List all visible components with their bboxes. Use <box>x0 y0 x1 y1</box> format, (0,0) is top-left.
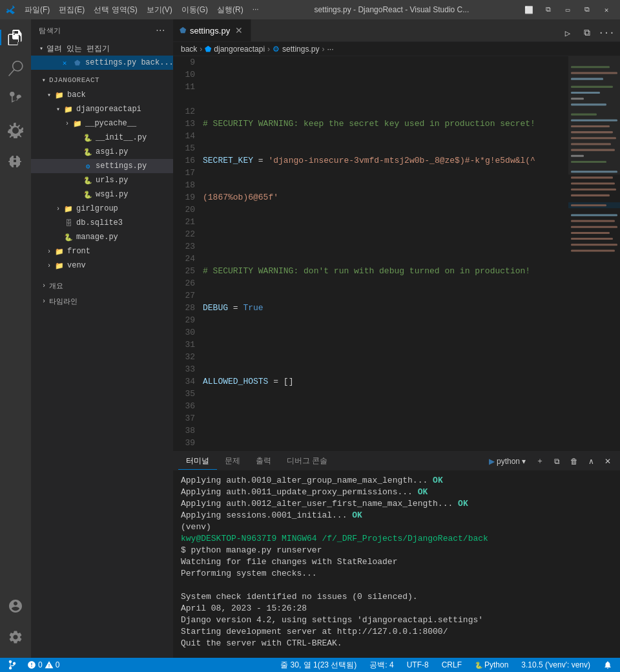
status-notifications[interactable] <box>601 658 615 672</box>
menu-go[interactable]: 이동(G) <box>178 3 212 17</box>
breadcrumb-sep-3: › <box>322 45 324 54</box>
maximize-button[interactable]: ▭ <box>559 3 576 16</box>
sidebar-item-back[interactable]: 📁 back <box>31 88 173 102</box>
terminal-tab-terminal[interactable]: 터미널 <box>178 453 217 470</box>
sidebar-item-venv[interactable]: 📁 venv <box>31 258 173 273</box>
tab-close-button[interactable]: ✕ <box>234 25 244 36</box>
sidebar-item-db[interactable]: 🗄 db.sqlite3 <box>31 216 173 230</box>
line-numbers: 9 10 11 12 13 14 15 16 17 18 19 20 21 22… <box>173 56 200 451</box>
breadcrumb-back[interactable]: back <box>181 45 197 54</box>
activity-debug[interactable] <box>0 115 31 146</box>
terminal-line-4: Applying sessions.0001_initial... OK <box>181 510 612 521</box>
close-button[interactable]: ✕ <box>598 3 615 16</box>
sidebar-item-outline[interactable]: 개요 <box>31 278 173 293</box>
status-spaces[interactable]: 공백: 4 <box>367 658 396 672</box>
activity-explorer[interactable] <box>0 22 31 53</box>
front-folder-label: front <box>67 247 90 256</box>
project-label: DJANGOREACT <box>49 76 99 84</box>
sidebar-item-init[interactable]: 🐍 __init__.py <box>31 131 173 145</box>
urls-label: urls.py <box>96 176 128 185</box>
breadcrumb-settings[interactable]: settings.py <box>282 45 319 54</box>
sidebar-item-wsgi[interactable]: 🐍 wsgi.py <box>31 187 173 202</box>
sidebar-item-settings-tab[interactable]: ✕ ⬟ settings.py back... <box>31 56 173 70</box>
activity-settings[interactable] <box>0 622 31 653</box>
sidebar-item-asgi[interactable]: 🐍 asgi.py <box>31 145 173 159</box>
sidebar-section-project[interactable]: DJANGOREACT <box>31 72 173 88</box>
menu-file[interactable]: 파일(F) <box>21 3 54 17</box>
terminal-tab-problems[interactable]: 문제 <box>217 453 248 469</box>
sidebar-item-settings[interactable]: ⚙ settings.py <box>31 159 173 173</box>
minimize-button[interactable]: ⬜ <box>521 3 537 16</box>
girlgroup-arrow-icon <box>53 204 63 214</box>
terminal-content[interactable]: Applying auth.0010_alter_group_name_max_… <box>173 471 620 658</box>
svg-rect-21 <box>571 194 610 196</box>
terminal-close-button[interactable]: ✕ <box>601 456 615 467</box>
terminal-python-selector[interactable]: ▶ python ▾ <box>485 456 530 467</box>
terminal-tab-output[interactable]: 출력 <box>248 453 279 469</box>
sidebar-item-front[interactable]: 📁 front <box>31 244 173 258</box>
code-line-11b: (1867%ob)6@65f' <box>200 191 568 204</box>
editor-tab-settings[interactable]: ⬟ settings.py ✕ <box>173 19 251 41</box>
terminal-tabs: 터미널 문제 출력 디버그 콘솔 ▶ python ▾ ＋ ⧉ 🗑 ∧ ✕ <box>173 452 620 471</box>
breadcrumb-djangoreactapi[interactable]: djangoreactapi <box>214 45 265 54</box>
terminal-collapse-button[interactable]: ∧ <box>584 456 598 467</box>
front-folder-arrow-icon <box>44 246 54 257</box>
status-errors[interactable]: 0 0 <box>25 658 62 672</box>
status-line-ending[interactable]: CRLF <box>439 658 464 672</box>
sidebar-item-urls[interactable]: 🐍 urls.py <box>31 173 173 187</box>
title-bar-menu[interactable]: 파일(F) 편집(E) 선택 영역(S) 보기(V) 이동(G) 실행(R) ·… <box>21 3 263 17</box>
activity-account[interactable] <box>0 591 31 622</box>
tile-button[interactable]: ⧉ <box>579 3 595 16</box>
asgi-label: asgi.py <box>96 147 128 156</box>
settings-file-icon: ⚙ <box>83 161 93 171</box>
svg-rect-19 <box>571 183 615 185</box>
open-editors-label: 열려 있는 편집기 <box>46 43 110 54</box>
sidebar-item-timeline[interactable]: 타임라인 <box>31 293 173 309</box>
split-button[interactable]: ⧉ <box>540 3 557 16</box>
sidebar-more-button[interactable]: ··· <box>156 25 165 36</box>
activity-extensions[interactable] <box>0 146 31 177</box>
svg-rect-23 <box>571 204 606 206</box>
terminal-line-path: kwy@DESKTOP-N9637I9 MINGW64 /f/_DRF_Proj… <box>181 533 612 545</box>
status-source-control[interactable] <box>5 658 19 672</box>
djangoreactapi-arrow-icon <box>53 104 63 114</box>
sidebar-item-pycache[interactable]: 📁 __pycache__ <box>31 116 173 131</box>
sidebar-content: 열려 있는 편집기 ✕ ⬟ settings.py back... DJANGO… <box>31 41 173 658</box>
status-spaces-text: 공백: 4 <box>369 660 393 671</box>
activity-bar <box>0 19 31 658</box>
menu-more[interactable]: ··· <box>249 3 263 17</box>
menu-view[interactable]: 보기(V) <box>143 3 176 17</box>
outline-arrow-icon <box>39 280 49 291</box>
run-button[interactable]: ▷ <box>559 25 576 41</box>
code-line-9 <box>200 81 568 93</box>
breadcrumb-more[interactable]: ··· <box>327 45 333 54</box>
terminal-split-button[interactable]: ⧉ <box>550 456 564 467</box>
editor-more-button[interactable]: ··· <box>598 25 615 41</box>
terminal-python-label: python <box>497 457 520 466</box>
terminal-trash-button[interactable]: 🗑 <box>566 456 582 467</box>
menu-run[interactable]: 실행(R) <box>213 3 247 17</box>
status-language[interactable]: 🐍 Python <box>472 658 511 672</box>
activity-search[interactable] <box>0 53 31 84</box>
menu-edit[interactable]: 편집(E) <box>55 3 88 17</box>
sidebar-item-girlgroup[interactable]: 📁 girlgroup <box>31 202 173 216</box>
menu-select[interactable]: 선택 영역(S) <box>90 3 141 17</box>
sidebar-item-manage[interactable]: 🐍 manage.py <box>31 230 173 244</box>
status-python-version[interactable]: 3.10.5 ('venv': venv) <box>519 658 593 672</box>
sidebar-item-djangoreactapi[interactable]: 📁 djangoreactapi <box>31 102 173 116</box>
terminal-add-button[interactable]: ＋ <box>532 454 548 468</box>
sidebar-section-open-editors[interactable]: 열려 있는 편집기 <box>31 41 173 56</box>
terminal-line-2: Applying auth.0011_update_proxy_permissi… <box>181 487 612 498</box>
terminal-line-1: Applying auth.0010_alter_group_name_max_… <box>181 475 612 487</box>
djangoreactapi-label: djangoreactapi <box>76 105 141 114</box>
status-line-col[interactable]: 줄 30, 열 1(23 선택됨) <box>278 658 359 672</box>
terminal-tab-debug[interactable]: 디버그 콘솔 <box>279 453 335 469</box>
wsgi-label: wsgi.py <box>96 190 128 199</box>
split-editor-button[interactable]: ⧉ <box>579 25 595 41</box>
outline-label: 개요 <box>49 281 63 291</box>
terminal-line-venv: (venv) <box>181 521 612 533</box>
code-content[interactable]: # SECURITY WARNING: keep the secret key … <box>200 56 568 451</box>
status-encoding[interactable]: UTF-8 <box>404 658 431 672</box>
status-line-ending-text: CRLF <box>442 660 462 669</box>
activity-source-control[interactable] <box>0 84 31 115</box>
